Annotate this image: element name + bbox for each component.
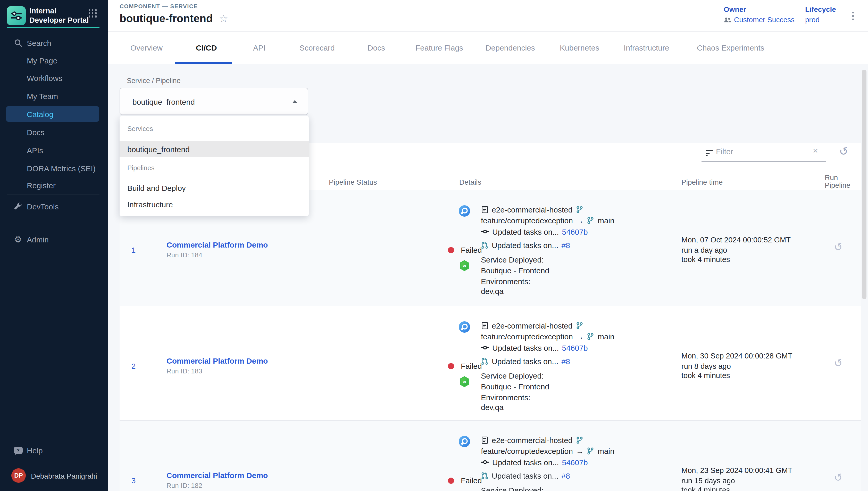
commit-hash-link[interactable]: 54607b — [562, 458, 588, 466]
user-avatar[interactable]: DP — [11, 468, 26, 483]
deploy-line: Service Deployed: — [481, 371, 544, 380]
dropdown-option-label: Infrastructure — [127, 200, 173, 209]
sidebar-item-register[interactable]: Register — [0, 177, 108, 193]
dropdown-option-boutique-frontend[interactable]: boutique_frontend — [120, 141, 309, 157]
wrench-icon — [13, 202, 23, 211]
rerun-pipeline-icon[interactable]: ↺ — [833, 472, 843, 484]
run-relative-time: run 15 days ago — [681, 476, 735, 485]
people-icon — [724, 17, 732, 23]
service-pipeline-label: Service / Pipeline — [127, 77, 181, 85]
tab-overview[interactable]: Overview — [130, 43, 163, 52]
tab-kubernetes[interactable]: Kubernetes — [560, 43, 599, 52]
pr-number-link[interactable]: #8 — [562, 471, 570, 480]
table-row: 3 Commercial Platform Demo Run ID: 182 F… — [120, 421, 861, 491]
svg-text:∞: ∞ — [463, 379, 466, 384]
dropdown-option-infrastructure[interactable]: Infrastructure — [120, 197, 309, 212]
run-number-link[interactable]: 2 — [127, 362, 140, 370]
more-options-kebab-icon[interactable] — [849, 9, 857, 23]
failed-status-dot — [448, 478, 454, 484]
tab-chaos-experiments[interactable]: Chaos Experiments — [697, 43, 765, 52]
dropdown-group-pipelines: Pipelines — [127, 164, 155, 172]
deploy-line: dev,qa — [481, 287, 504, 295]
commit-message: Updated tasks on... — [492, 227, 559, 236]
target-branch[interactable]: main — [598, 216, 614, 225]
target-branch[interactable]: main — [598, 446, 614, 455]
chevron-up-icon — [292, 100, 298, 103]
breadcrumb: COMPONENT — SERVICE — [120, 3, 198, 9]
pipeline-name-link[interactable]: Commercial Platform Demo — [166, 471, 268, 480]
deploy-line: Boutique - Frontend — [481, 266, 549, 275]
user-name[interactable]: Debabrata Panigrahi — [31, 472, 97, 480]
lifecycle-block: Lifecycle prod — [805, 5, 836, 24]
deploy-line: Service Deployed: — [481, 486, 544, 491]
tab-cicd[interactable]: CI/CD — [196, 43, 217, 52]
sidebar-item-catalog[interactable]: Catalog — [0, 106, 108, 122]
run-timestamp: Mon, 30 Sep 2024 00:00:28 GMT — [681, 352, 792, 360]
tab-feature-flags[interactable]: Feature Flags — [415, 43, 463, 52]
sidebar-item-workflows[interactable]: Workflows — [0, 70, 108, 86]
pull-request-icon — [481, 357, 489, 365]
apps-grid-icon[interactable] — [89, 9, 97, 18]
run-number-link[interactable]: 3 — [127, 476, 140, 485]
pr-message: Updated tasks on... — [492, 240, 558, 249]
commit-hash-link[interactable]: 54607b — [562, 343, 588, 352]
sidebar-item-label: Workflows — [27, 74, 62, 82]
tab-infrastructure[interactable]: Infrastructure — [624, 43, 669, 52]
rerun-pipeline-icon[interactable]: ↺ — [833, 241, 843, 253]
source-branch[interactable]: feature/corruptedexception — [481, 216, 573, 225]
failed-status-dot — [448, 247, 454, 253]
repo-name[interactable]: e2e-commercial-hosted — [492, 321, 572, 330]
owner-link[interactable]: Customer Success — [724, 16, 795, 24]
sidebar-item-docs[interactable]: Docs — [0, 124, 108, 140]
sidebar-item-my-page[interactable]: My Page — [0, 53, 108, 68]
pipeline-name-link[interactable]: Commercial Platform Demo — [166, 240, 268, 249]
arrow-icon: → — [576, 216, 584, 225]
commit-hash-link[interactable]: 54607b — [562, 227, 588, 236]
repo-name[interactable]: e2e-commercial-hosted — [492, 205, 572, 214]
dropdown-option-build-and-deploy[interactable]: Build and Deploy — [120, 180, 309, 196]
git-branch-icon — [576, 322, 583, 329]
sidebar-item-devtools[interactable]: DevTools — [0, 199, 108, 214]
sidebar-item-apis[interactable]: APIs — [0, 142, 108, 158]
sidebar-item-label: APIs — [27, 146, 43, 154]
pipeline-logo-glyph — [10, 9, 23, 22]
status-text: Failed — [461, 476, 482, 485]
rerun-pipeline-icon[interactable]: ↺ — [833, 357, 843, 369]
clear-filter-icon[interactable]: × — [813, 146, 818, 156]
sidebar-item-label: Catalog — [27, 110, 53, 118]
harness-idp-logo-icon[interactable] — [7, 6, 26, 25]
sidebar-item-help[interactable]: ? Help — [0, 442, 108, 458]
filter-input[interactable] — [716, 147, 809, 156]
sidebar-item-label: My Page — [27, 56, 57, 65]
tab-api[interactable]: API — [253, 43, 266, 52]
scrollbar-thumb[interactable] — [862, 69, 866, 299]
tab-docs[interactable]: Docs — [368, 43, 385, 52]
dropdown-option-label: boutique_frontend — [127, 145, 190, 153]
pr-number-link[interactable]: #8 — [562, 357, 570, 366]
ci-stage-icon — [459, 436, 470, 447]
sidebar-item-label: My Team — [27, 91, 58, 100]
tab-scorecard[interactable]: Scorecard — [300, 43, 335, 52]
pipeline-name-link[interactable]: Commercial Platform Demo — [166, 356, 268, 365]
sidebar-item-my-team[interactable]: My Team — [0, 88, 108, 104]
target-branch[interactable]: main — [598, 332, 614, 341]
sidebar-item-admin[interactable]: ⚙ Admin — [0, 232, 108, 247]
run-id: Run ID: 182 — [166, 482, 202, 489]
arrow-icon: → — [576, 332, 584, 341]
refresh-icon[interactable]: ↺ — [838, 145, 849, 157]
service-pipeline-select[interactable]: boutique_frontend — [120, 88, 308, 115]
cd-stage-icon: ∞ — [459, 376, 470, 387]
sidebar-item-dora-metrics[interactable]: DORA Metrics (SEI) — [0, 161, 108, 176]
owner-block: Owner Customer Success — [724, 5, 795, 24]
repo-name[interactable]: e2e-commercial-hosted — [492, 436, 572, 444]
ci-stage-icon — [459, 205, 470, 216]
status-text: Failed — [461, 362, 482, 370]
pr-number-link[interactable]: #8 — [562, 240, 570, 249]
run-number-link[interactable]: 1 — [127, 246, 140, 254]
source-branch[interactable]: feature/corruptedexception — [481, 446, 573, 455]
favorite-star-icon[interactable]: ☆ — [219, 13, 228, 24]
tab-dependencies[interactable]: Dependencies — [486, 43, 535, 52]
source-branch[interactable]: feature/corruptedexception — [481, 332, 573, 341]
repository-icon — [481, 322, 489, 329]
sidebar-item-search[interactable]: Search — [0, 35, 108, 51]
